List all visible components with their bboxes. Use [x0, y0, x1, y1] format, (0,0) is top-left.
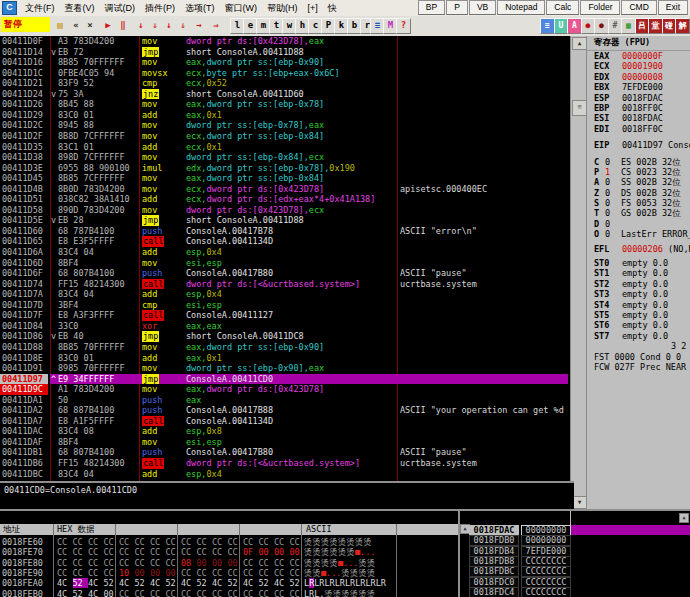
- disasm-row[interactable]: 00411D918985 70FFFFFFmovdword ptr ss:[eb…: [0, 363, 570, 374]
- register-row[interactable]: ESP0018FDAC: [587, 93, 690, 103]
- help-icon[interactable]: ?: [396, 18, 411, 34]
- disasm-row[interactable]: 00411D8E83C0 01addeax,0x1: [0, 353, 570, 364]
- disasm-row[interactable]: 00411DAC83C4 08addesp,0x8: [0, 426, 570, 437]
- disasm-row[interactable]: 00411DA150pusheax: [0, 395, 570, 406]
- flag-row[interactable]: P1CS 0023 32位: [587, 167, 690, 177]
- quick-button-folder[interactable]: Folder: [580, 0, 620, 15]
- menu-item-7[interactable]: 帮助(H): [262, 2, 303, 14]
- menu-item-2[interactable]: 查看(V): [60, 2, 100, 14]
- menu-item-6[interactable]: 窗口(W): [220, 2, 263, 14]
- disasm-row[interactable]: 00411D6D8BF4movesi,esp: [0, 258, 570, 269]
- stack-row[interactable]: 0018FDBCCCCCCCCC: [460, 566, 690, 576]
- scroll-up-icon[interactable]: ▲: [572, 37, 587, 50]
- quick-button-bp[interactable]: BP: [418, 0, 445, 15]
- disasm-row[interactable]: 00411D14vEB 72jmpshort ConsoleA.00411D88: [0, 47, 570, 58]
- disassembly-pane[interactable]: 00411D0FA3 783D4200movdword ptr ds:[0x42…: [0, 36, 570, 481]
- dump-row[interactable]: 0018FE90CCCCCCCC10000000CCCCCCCCCCCCCCCC…: [0, 568, 458, 578]
- quick-button-calc[interactable]: Calc: [546, 0, 579, 15]
- register-row[interactable]: EBX7EFDE000: [587, 82, 690, 92]
- dump-row[interactable]: 0018FE80CCCCCCCCCCCCCCCC08000000CCCCCCCC…: [0, 558, 458, 568]
- disasm-row[interactable]: 00411D6F68 807B4100pushConsoleA.00417B80…: [0, 268, 570, 279]
- disasm-row[interactable]: 00411D2183F9 52cmpecx,0x52: [0, 78, 570, 89]
- disasm-row[interactable]: 00411DB6FF15 48214300calldword ptr ds:[<…: [0, 458, 570, 469]
- disasm-scrollbar[interactable]: ▲ ≡ ▼: [570, 36, 587, 510]
- flag-row[interactable]: D0: [587, 219, 690, 229]
- disasm-row[interactable]: 00411D2C8945 88movdword ptr ss:[ebp-0x78…: [0, 120, 570, 131]
- stack-pane[interactable]: ▲ ▲ 0018FDAC000000000018FDB0000000000018…: [460, 511, 690, 597]
- fpu-register-row[interactable]: ST7empty 0.0: [587, 331, 690, 341]
- disasm-row[interactable]: 00411D97^E9 34FFFFFFjmpConsoleA.00411CD0: [0, 374, 570, 385]
- quick-button-vb[interactable]: VB: [469, 0, 496, 15]
- disasm-row[interactable]: 00411DAF8BF4movesi,esp: [0, 437, 570, 448]
- disasm-row[interactable]: 00411D38898D 7CFFFFFFmovdword ptr ss:[eb…: [0, 152, 570, 163]
- open-file-icon[interactable]: ▤: [52, 18, 68, 34]
- fpu-register-row[interactable]: ST4empty 0.0: [587, 300, 690, 310]
- disasm-row[interactable]: 00411D24v75 3Ajnzshort ConsoleA.00411D60: [0, 89, 570, 100]
- disasm-row[interactable]: 00411D2F8B8D 7CFFFFFFmovecx,dword ptr ss…: [0, 131, 570, 142]
- disasm-row[interactable]: 00411D3583C1 01addecx,0x1: [0, 142, 570, 153]
- quick-button-cmd[interactable]: CMD: [621, 0, 656, 15]
- disasm-row[interactable]: 00411D51038C82 38A1410addecx,dword ptr d…: [0, 194, 570, 205]
- dump-pane[interactable]: 地址 HEX 数据 ASCII 0018FE60CCCCCCCCCCCCCCCC…: [0, 511, 460, 597]
- disasm-row[interactable]: 00411D3E6955 88 900100imuledx,dword ptr …: [0, 163, 570, 174]
- disasm-row[interactable]: 00411D5EvEB 28jmpshort ConsoleA.00411D88: [0, 215, 570, 226]
- efl-row[interactable]: EFL00000206 (NO,N: [587, 244, 690, 254]
- register-row[interactable]: ESI0018FDAC: [587, 113, 690, 123]
- dump-row[interactable]: 0018FEA04C524C524C524C524C524C524C524C52…: [0, 578, 458, 588]
- disasm-row[interactable]: 00411D58890D 783D4200movdword ptr ds:[0x…: [0, 205, 570, 216]
- disasm-row[interactable]: 00411D1C0FBE4C05 94movsxecx,byte ptr ss:…: [0, 68, 570, 79]
- disasm-row[interactable]: 00411DA268 887B4100pushConsoleA.00417B88…: [0, 405, 570, 416]
- pause-icon[interactable]: ‖: [115, 18, 131, 34]
- menu-item-5[interactable]: 选项(T): [180, 2, 220, 14]
- flag-row[interactable]: A0SS 002B 32位: [587, 177, 690, 187]
- disasm-row[interactable]: 00411D458B85 7CFFFFFFmoveax,dword ptr ss…: [0, 173, 570, 184]
- disasm-row[interactable]: 00411D2983C0 01addeax,0x1: [0, 110, 570, 121]
- flag-row[interactable]: C0ES 002B 32位: [587, 157, 690, 167]
- disasm-row[interactable]: 00411D7A83C4 04addesp,0x4: [0, 289, 570, 300]
- disasm-row[interactable]: 00411D8433C0xoreax,eax: [0, 321, 570, 332]
- disasm-row[interactable]: 00411D9CA1 783D4200moveax,dword ptr ds:[…: [0, 384, 570, 395]
- stack-scroll-up-icon[interactable]: ▲: [679, 513, 689, 523]
- stack-row[interactable]: 0018FDB47EFDE000: [460, 546, 690, 556]
- flag-row[interactable]: S0FS 0053 32位: [587, 198, 690, 208]
- disasm-row[interactable]: 00411D888B85 70FFFFFFmoveax,dword ptr ss…: [0, 342, 570, 353]
- quick-button-exit[interactable]: Exit: [658, 0, 688, 15]
- stack-row[interactable]: 0018FDAC00000000: [460, 525, 690, 535]
- quick-button-notepad[interactable]: Notepad: [497, 0, 545, 15]
- dump-row[interactable]: 0018FE60CCCCCCCCCCCCCCCCCCCCCCCCCCCCCCCC…: [0, 537, 458, 547]
- fpu-register-row[interactable]: ST0empty 0.0: [587, 258, 690, 268]
- scroll-thumb[interactable]: ≡: [572, 100, 587, 116]
- disasm-row[interactable]: 00411D7D3BF4cmpesi,esp: [0, 300, 570, 311]
- menu-item-3[interactable]: 调试(D): [100, 2, 141, 14]
- register-row[interactable]: EAX0000000F: [587, 51, 690, 61]
- dump-row[interactable]: 0018FEB04C524C00CCCCCCCCCCCCCCCCCCCCCCCC…: [0, 589, 458, 597]
- quick-button-p[interactable]: P: [446, 0, 468, 15]
- stack-row[interactable]: 0018FDC4CCCCCCCC: [460, 587, 690, 597]
- menu-item-1[interactable]: 文件(F): [20, 2, 60, 14]
- fpu-register-row[interactable]: ST5empty 0.0: [587, 310, 690, 320]
- fpu-register-row[interactable]: ST3empty 0.0: [587, 289, 690, 299]
- stack-row[interactable]: 0018FDB8CCCCCCCC: [460, 556, 690, 566]
- disasm-row[interactable]: 00411D6068 787B4100pushConsoleA.00417B78…: [0, 226, 570, 237]
- disasm-row[interactable]: 00411D4B8B0D 783D4200movecx,dword ptr ds…: [0, 184, 570, 195]
- run-icon[interactable]: ▶: [100, 18, 116, 34]
- fpu-register-row[interactable]: ST2empty 0.0: [587, 279, 690, 289]
- menu-item-4[interactable]: 插件(P): [140, 2, 180, 14]
- stack-row[interactable]: 0018FDC0CCCCCCCC: [460, 577, 690, 587]
- register-row[interactable]: ECX00001900: [587, 61, 690, 71]
- register-row[interactable]: EBP0018FF0C: [587, 103, 690, 113]
- menu-item-8[interactable]: [+]: [303, 2, 323, 14]
- disasm-row[interactable]: 00411D6A83C4 04addesp,0x4: [0, 247, 570, 258]
- disasm-row[interactable]: 00411D7FE8 A3F3FFFFcallConsoleA.00411127: [0, 310, 570, 321]
- until-user-icon[interactable]: ⇒: [208, 18, 224, 34]
- disasm-row[interactable]: 00411DA7E8 A1F5FFFFcallConsoleA.0041134D: [0, 416, 570, 427]
- plugin-icon-11[interactable]: 解: [675, 18, 690, 34]
- until-return-icon[interactable]: →: [191, 18, 207, 34]
- disasm-row[interactable]: 00411D86vEB 40jmpshort ConsoleA.00411DC8: [0, 331, 570, 342]
- flag-row[interactable]: O0LastErr ERROR_: [587, 229, 690, 239]
- disasm-row[interactable]: 00411DB168 807B4100pushConsoleA.00417B80…: [0, 447, 570, 458]
- register-row[interactable]: EDX00000008: [587, 72, 690, 82]
- disasm-row[interactable]: 00411D268B45 88moveax,dword ptr ss:[ebp-…: [0, 99, 570, 110]
- fpu-register-row[interactable]: ST6empty 0.0: [587, 320, 690, 330]
- disasm-row[interactable]: 00411D65E8 E3F5FFFFcallConsoleA.0041134D: [0, 236, 570, 247]
